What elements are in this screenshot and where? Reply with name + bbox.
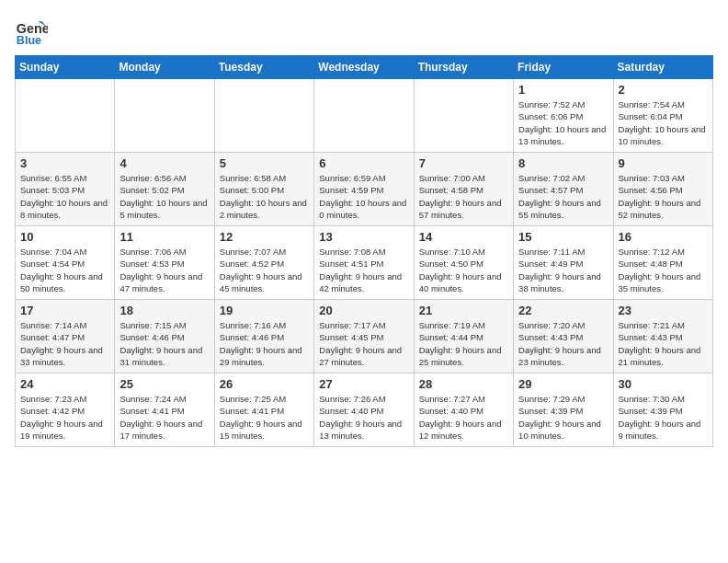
calendar-cell: 13Sunrise: 7:08 AM Sunset: 4:51 PM Dayli…: [314, 226, 414, 300]
calendar-cell: 2Sunrise: 7:54 AM Sunset: 6:04 PM Daylig…: [613, 79, 712, 153]
calendar-cell: [214, 79, 313, 153]
calendar-cell: 30Sunrise: 7:30 AM Sunset: 4:39 PM Dayli…: [613, 373, 712, 447]
day-number: 16: [619, 230, 708, 244]
day-number: 10: [20, 230, 109, 244]
day-info: Sunrise: 7:20 AM Sunset: 4:43 PM Dayligh…: [518, 319, 608, 368]
day-number: 23: [619, 304, 708, 317]
day-info: Sunrise: 7:02 AM Sunset: 4:57 PM Dayligh…: [518, 172, 608, 221]
day-info: Sunrise: 7:14 AM Sunset: 4:47 PM Dayligh…: [20, 319, 109, 368]
calendar-cell: 23Sunrise: 7:21 AM Sunset: 4:43 PM Dayli…: [613, 300, 712, 373]
header: General Blue: [15, 15, 713, 48]
calendar-cell: 28Sunrise: 7:27 AM Sunset: 4:40 PM Dayli…: [414, 373, 513, 447]
calendar-cell: 7Sunrise: 7:00 AM Sunset: 4:58 PM Daylig…: [414, 153, 513, 226]
weekday-header: Monday: [115, 56, 214, 79]
day-info: Sunrise: 7:25 AM Sunset: 4:41 PM Dayligh…: [220, 393, 309, 442]
day-info: Sunrise: 7:30 AM Sunset: 4:39 PM Dayligh…: [619, 393, 708, 442]
calendar-cell: 11Sunrise: 7:06 AM Sunset: 4:53 PM Dayli…: [115, 226, 214, 300]
calendar-table: SundayMondayTuesdayWednesdayThursdayFrid…: [15, 55, 713, 447]
day-number: 6: [319, 156, 408, 170]
calendar-cell: 25Sunrise: 7:24 AM Sunset: 4:41 PM Dayli…: [115, 373, 214, 447]
day-info: Sunrise: 7:06 AM Sunset: 4:53 PM Dayligh…: [119, 246, 209, 294]
weekday-header: Thursday: [414, 56, 513, 79]
weekday-header: Sunday: [16, 56, 115, 79]
weekday-header: Wednesday: [314, 56, 414, 79]
day-info: Sunrise: 7:24 AM Sunset: 4:41 PM Dayligh…: [119, 393, 209, 442]
day-info: Sunrise: 7:17 AM Sunset: 4:45 PM Dayligh…: [319, 319, 408, 368]
day-info: Sunrise: 6:58 AM Sunset: 5:00 PM Dayligh…: [220, 172, 309, 221]
day-number: 28: [419, 377, 508, 391]
day-number: 4: [119, 156, 209, 170]
day-number: 15: [518, 230, 608, 244]
calendar-cell: 22Sunrise: 7:20 AM Sunset: 4:43 PM Dayli…: [514, 300, 613, 373]
day-info: Sunrise: 7:12 AM Sunset: 4:48 PM Dayligh…: [619, 246, 708, 294]
day-number: 1: [518, 83, 608, 97]
calendar-cell: 15Sunrise: 7:11 AM Sunset: 4:49 PM Dayli…: [514, 226, 613, 300]
day-info: Sunrise: 7:27 AM Sunset: 4:40 PM Dayligh…: [419, 393, 508, 442]
day-number: 26: [220, 377, 309, 391]
day-info: Sunrise: 7:19 AM Sunset: 4:44 PM Dayligh…: [419, 319, 508, 368]
day-info: Sunrise: 7:04 AM Sunset: 4:54 PM Dayligh…: [20, 246, 109, 294]
calendar-cell: 24Sunrise: 7:23 AM Sunset: 4:42 PM Dayli…: [16, 373, 115, 447]
day-number: 18: [119, 304, 209, 317]
day-number: 29: [518, 377, 608, 391]
calendar-cell: 5Sunrise: 6:58 AM Sunset: 5:00 PM Daylig…: [214, 153, 313, 226]
weekday-header: Saturday: [613, 56, 712, 79]
day-number: 12: [220, 230, 309, 244]
calendar-cell: 29Sunrise: 7:29 AM Sunset: 4:39 PM Dayli…: [514, 373, 613, 447]
svg-text:Blue: Blue: [17, 34, 41, 47]
day-info: Sunrise: 7:54 AM Sunset: 6:04 PM Dayligh…: [619, 98, 708, 147]
calendar-cell: [115, 79, 214, 153]
day-number: 22: [518, 304, 608, 317]
day-number: 20: [319, 304, 408, 317]
day-info: Sunrise: 6:59 AM Sunset: 4:59 PM Dayligh…: [319, 172, 408, 221]
day-number: 11: [119, 230, 209, 244]
day-info: Sunrise: 7:03 AM Sunset: 4:56 PM Dayligh…: [619, 172, 708, 221]
day-number: 27: [319, 377, 408, 391]
day-number: 14: [419, 230, 508, 244]
day-number: 3: [20, 156, 109, 170]
day-info: Sunrise: 7:15 AM Sunset: 4:46 PM Dayligh…: [119, 319, 209, 368]
calendar-cell: 19Sunrise: 7:16 AM Sunset: 4:46 PM Dayli…: [214, 300, 313, 373]
day-info: Sunrise: 7:08 AM Sunset: 4:51 PM Dayligh…: [319, 246, 408, 294]
day-number: 9: [619, 156, 708, 170]
calendar-cell: [314, 79, 414, 153]
calendar-cell: [414, 79, 513, 153]
day-info: Sunrise: 7:29 AM Sunset: 4:39 PM Dayligh…: [518, 393, 608, 442]
day-number: 7: [419, 156, 508, 170]
day-info: Sunrise: 7:21 AM Sunset: 4:43 PM Dayligh…: [619, 319, 708, 368]
weekday-header: Tuesday: [214, 56, 313, 79]
day-number: 8: [518, 156, 608, 170]
day-info: Sunrise: 7:00 AM Sunset: 4:58 PM Dayligh…: [419, 172, 508, 221]
day-info: Sunrise: 7:07 AM Sunset: 4:52 PM Dayligh…: [220, 246, 309, 294]
calendar-cell: 17Sunrise: 7:14 AM Sunset: 4:47 PM Dayli…: [16, 300, 115, 373]
day-info: Sunrise: 7:11 AM Sunset: 4:49 PM Dayligh…: [518, 246, 608, 294]
day-info: Sunrise: 7:16 AM Sunset: 4:46 PM Dayligh…: [220, 319, 309, 368]
calendar-cell: 9Sunrise: 7:03 AM Sunset: 4:56 PM Daylig…: [613, 153, 712, 226]
day-number: 21: [419, 304, 508, 317]
logo: General Blue: [15, 15, 48, 48]
calendar-cell: 1Sunrise: 7:52 AM Sunset: 6:06 PM Daylig…: [514, 79, 613, 153]
calendar-cell: 14Sunrise: 7:10 AM Sunset: 4:50 PM Dayli…: [414, 226, 513, 300]
calendar-cell: 16Sunrise: 7:12 AM Sunset: 4:48 PM Dayli…: [613, 226, 712, 300]
calendar-cell: 8Sunrise: 7:02 AM Sunset: 4:57 PM Daylig…: [514, 153, 613, 226]
calendar-cell: 10Sunrise: 7:04 AM Sunset: 4:54 PM Dayli…: [16, 226, 115, 300]
day-info: Sunrise: 7:26 AM Sunset: 4:40 PM Dayligh…: [319, 393, 408, 442]
day-number: 2: [619, 83, 708, 97]
day-info: Sunrise: 7:10 AM Sunset: 4:50 PM Dayligh…: [419, 246, 508, 294]
calendar-cell: 18Sunrise: 7:15 AM Sunset: 4:46 PM Dayli…: [115, 300, 214, 373]
calendar-cell: 4Sunrise: 6:56 AM Sunset: 5:02 PM Daylig…: [115, 153, 214, 226]
calendar-cell: 20Sunrise: 7:17 AM Sunset: 4:45 PM Dayli…: [314, 300, 414, 373]
day-info: Sunrise: 6:56 AM Sunset: 5:02 PM Dayligh…: [119, 172, 209, 221]
calendar-cell: 6Sunrise: 6:59 AM Sunset: 4:59 PM Daylig…: [314, 153, 414, 226]
calendar-cell: 26Sunrise: 7:25 AM Sunset: 4:41 PM Dayli…: [214, 373, 313, 447]
day-number: 24: [20, 377, 109, 391]
calendar-cell: 21Sunrise: 7:19 AM Sunset: 4:44 PM Dayli…: [414, 300, 513, 373]
day-info: Sunrise: 7:52 AM Sunset: 6:06 PM Dayligh…: [518, 98, 608, 147]
calendar-cell: [16, 79, 115, 153]
day-number: 5: [220, 156, 309, 170]
logo-icon: General Blue: [15, 15, 48, 48]
day-number: 25: [119, 377, 209, 391]
day-info: Sunrise: 6:55 AM Sunset: 5:03 PM Dayligh…: [20, 172, 109, 221]
calendar-cell: 12Sunrise: 7:07 AM Sunset: 4:52 PM Dayli…: [214, 226, 313, 300]
day-number: 17: [20, 304, 109, 317]
